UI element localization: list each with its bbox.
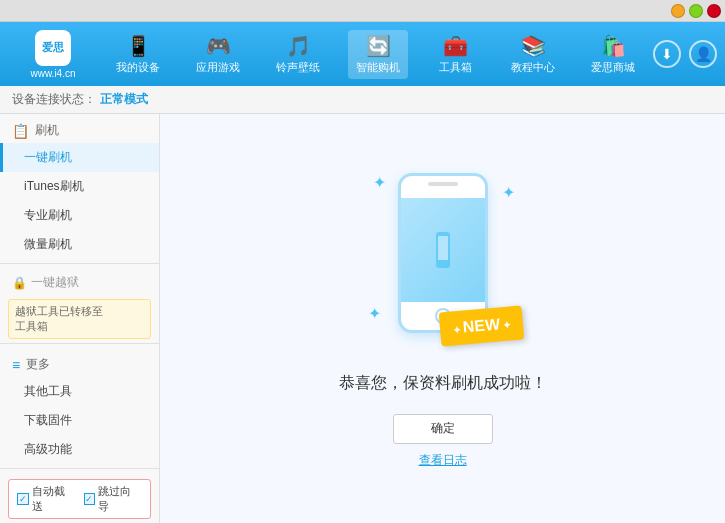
ringtones-icon: 🎵 bbox=[286, 34, 311, 58]
nav-item-tutorials[interactable]: 📚 教程中心 bbox=[503, 30, 563, 79]
official-store-label: 爱思商城 bbox=[591, 60, 635, 75]
logo-area: 爱思 www.i4.cn bbox=[8, 30, 98, 79]
sidebar-divider-2 bbox=[0, 343, 159, 344]
sidebar-section-flash: 📋 刷机 bbox=[0, 114, 159, 143]
my-device-label: 我的设备 bbox=[116, 60, 160, 75]
sidebar: 📋 刷机 一键刷机 iTunes刷机 专业刷机 微量刷机 🔒 一键越狱 越狱工具… bbox=[0, 114, 160, 523]
sidebar-item-one-click-flash[interactable]: 一键刷机 bbox=[0, 143, 159, 172]
device-checkboxes: ✓ 自动截送 ✓ 跳过向导 bbox=[8, 479, 151, 519]
toolbox-icon: 🧰 bbox=[443, 34, 468, 58]
smart-shop-icon: 🔄 bbox=[366, 34, 391, 58]
phone-illustration: ✦ ✦ ✦ NEW bbox=[363, 173, 523, 353]
nav-right: ⬇ 👤 bbox=[653, 40, 717, 68]
main-area: 📋 刷机 一键刷机 iTunes刷机 专业刷机 微量刷机 🔒 一键越狱 越狱工具… bbox=[0, 114, 725, 523]
sparkle-3: ✦ bbox=[368, 304, 381, 323]
lock-icon: 🔒 bbox=[12, 276, 27, 290]
nav-item-ringtones[interactable]: 🎵 铃声壁纸 bbox=[268, 30, 328, 79]
ringtones-label: 铃声壁纸 bbox=[276, 60, 320, 75]
minimize-button[interactable] bbox=[671, 4, 685, 18]
svg-rect-1 bbox=[438, 236, 448, 260]
back-today-link[interactable]: 查看日志 bbox=[419, 452, 467, 469]
sidebar-item-itunes-flash[interactable]: iTunes刷机 bbox=[0, 172, 159, 201]
smart-shop-label: 智能购机 bbox=[356, 60, 400, 75]
download-button[interactable]: ⬇ bbox=[653, 40, 681, 68]
flash-section-label: 刷机 bbox=[35, 122, 59, 139]
content-area: ✦ ✦ ✦ NEW 恭喜您，保资料刷机成功啦！ 确定 查看日志 bbox=[160, 114, 725, 523]
nav-item-official-store[interactable]: 🛍️ 爱思商城 bbox=[583, 30, 643, 79]
title-bar bbox=[0, 0, 725, 22]
skip-wizard-checkbox-box: ✓ bbox=[84, 493, 96, 505]
skip-wizard-label: 跳过向导 bbox=[98, 484, 142, 514]
top-nav: 爱思 www.i4.cn 📱 我的设备 🎮 应用游戏 🎵 铃声壁纸 🔄 智能购机… bbox=[0, 22, 725, 86]
my-device-icon: 📱 bbox=[126, 34, 151, 58]
nav-item-smart-shop[interactable]: 🔄 智能购机 bbox=[348, 30, 408, 79]
auto-send-checkbox[interactable]: ✓ 自动截送 bbox=[17, 484, 76, 514]
new-badge: NEW bbox=[438, 305, 524, 346]
user-button[interactable]: 👤 bbox=[689, 40, 717, 68]
status-label: 设备连接状态： bbox=[12, 91, 96, 108]
sidebar-divider-1 bbox=[0, 263, 159, 264]
maximize-button[interactable] bbox=[689, 4, 703, 18]
sidebar-divider-3 bbox=[0, 468, 159, 469]
tutorials-label: 教程中心 bbox=[511, 60, 555, 75]
sidebar-item-other-tools[interactable]: 其他工具 bbox=[0, 377, 159, 406]
nav-item-toolbox[interactable]: 🧰 工具箱 bbox=[428, 30, 483, 79]
jailbreak-section-label: 一键越狱 bbox=[31, 274, 79, 291]
flash-section-icon: 📋 bbox=[12, 123, 29, 139]
sparkle-2: ✦ bbox=[502, 183, 515, 202]
apps-games-icon: 🎮 bbox=[206, 34, 231, 58]
sidebar-item-advanced[interactable]: 高级功能 bbox=[0, 435, 159, 464]
sidebar-item-micro-flash[interactable]: 微量刷机 bbox=[0, 230, 159, 259]
logo-url: www.i4.cn bbox=[30, 68, 75, 79]
status-bar: 设备连接状态： 正常模式 bbox=[0, 86, 725, 114]
sparkle-1: ✦ bbox=[373, 173, 386, 192]
more-section-label: 更多 bbox=[26, 356, 50, 373]
jailbreak-warning: 越狱工具已转移至工具箱 bbox=[8, 299, 151, 339]
close-button[interactable] bbox=[707, 4, 721, 18]
sidebar-section-more: ≡ 更多 bbox=[0, 348, 159, 377]
nav-item-my-device[interactable]: 📱 我的设备 bbox=[108, 30, 168, 79]
tutorials-icon: 📚 bbox=[521, 34, 546, 58]
sidebar-item-pro-flash[interactable]: 专业刷机 bbox=[0, 201, 159, 230]
nav-item-apps-games[interactable]: 🎮 应用游戏 bbox=[188, 30, 248, 79]
toolbox-label: 工具箱 bbox=[439, 60, 472, 75]
sidebar-section-jailbreak: 🔒 一键越狱 bbox=[0, 268, 159, 295]
auto-send-label: 自动截送 bbox=[32, 484, 76, 514]
phone-screen bbox=[401, 198, 485, 302]
jailbreak-warning-text: 越狱工具已转移至工具箱 bbox=[15, 305, 103, 332]
success-text: 恭喜您，保资料刷机成功啦！ bbox=[339, 373, 547, 394]
skip-wizard-checkbox[interactable]: ✓ 跳过向导 bbox=[84, 484, 143, 514]
status-value: 正常模式 bbox=[100, 91, 148, 108]
apps-games-label: 应用游戏 bbox=[196, 60, 240, 75]
more-section-icon: ≡ bbox=[12, 357, 20, 373]
official-store-icon: 🛍️ bbox=[601, 34, 626, 58]
confirm-button[interactable]: 确定 bbox=[393, 414, 493, 444]
auto-send-checkbox-box: ✓ bbox=[17, 493, 29, 505]
nav-items: 📱 我的设备 🎮 应用游戏 🎵 铃声壁纸 🔄 智能购机 🧰 工具箱 📚 教程中心… bbox=[98, 30, 653, 79]
sidebar-item-download-firmware[interactable]: 下载固件 bbox=[0, 406, 159, 435]
logo-icon: 爱思 bbox=[35, 30, 71, 66]
